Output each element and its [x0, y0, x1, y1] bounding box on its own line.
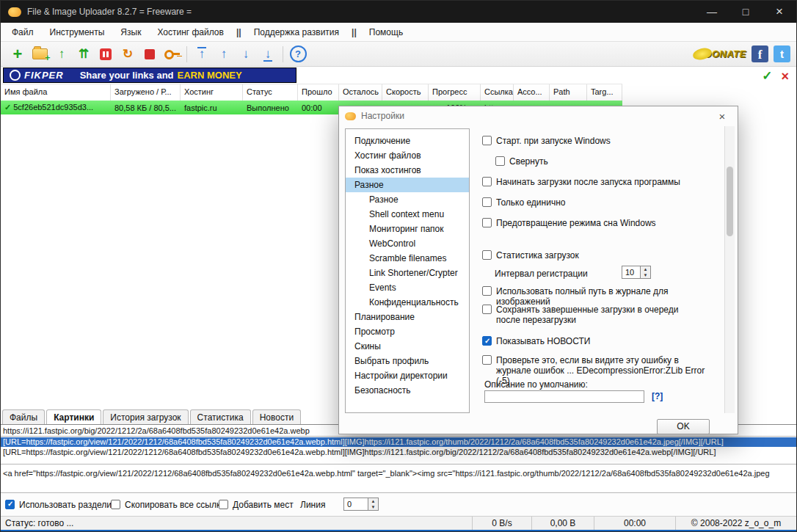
cancel-x-icon[interactable]: ×	[781, 70, 789, 82]
dialog-scrollbar[interactable]	[724, 126, 735, 413]
close-button[interactable]: ×	[763, 1, 796, 23]
column-remaining[interactable]: Осталось	[339, 84, 382, 101]
key-glyph	[164, 51, 180, 57]
tree-item-scramble-filenames[interactable]: Scramble filenames	[346, 251, 469, 266]
column-link[interactable]: Ссылка	[481, 84, 514, 101]
column-target[interactable]: Targ...	[587, 84, 622, 101]
default-description-input[interactable]	[484, 390, 644, 403]
tree-item-skins[interactable]: Скины	[346, 339, 469, 354]
menu-file-hosting[interactable]: Хостинг файлов	[149, 24, 232, 40]
tree-item-view[interactable]: Просмотр	[346, 324, 469, 339]
pause-icon[interactable]	[95, 44, 117, 65]
move-bottom-icon[interactable]: ↓	[257, 44, 279, 65]
checkbox-use-separator[interactable]: Использовать раздели	[5, 500, 112, 510]
checkbox-single-only[interactable]: Только единично	[482, 197, 713, 208]
tree-item-link-shortener[interactable]: Link Shortener/Crypter	[346, 266, 469, 280]
add-icon[interactable]: +	[7, 44, 29, 65]
checkbox-upload-statistics[interactable]: Статистика загрузок	[482, 250, 713, 260]
settings-tree: Подключение Хостинг файлов Показ хостинг…	[345, 128, 470, 413]
tree-item-file-hosting[interactable]: Хостинг файлов	[346, 148, 469, 163]
tree-item-webcontrol[interactable]: WebControl	[346, 236, 469, 251]
dialog-close-icon[interactable]: ×	[707, 106, 738, 125]
link-line-html[interactable]: <a href="https://fastpic.org/view/121/20…	[1, 469, 796, 478]
checkbox-start-with-windows[interactable]: Старт. при запуске Windows	[482, 136, 713, 146]
tree-item-events[interactable]: Events	[346, 280, 469, 295]
tree-item-security[interactable]: Безопасность	[346, 383, 469, 398]
column-status[interactable]: Статус	[243, 84, 298, 101]
move-down-icon[interactable]: ↓	[235, 44, 257, 65]
menu-language[interactable]: Язык	[112, 24, 149, 40]
tab-pictures[interactable]: Картинки	[46, 409, 101, 424]
checkbox-show-news[interactable]: Показывать НОВОСТИ	[482, 336, 713, 346]
spinner-down-icon[interactable]: ▼	[368, 504, 378, 510]
tab-files[interactable]: Файлы	[2, 409, 45, 424]
tree-item-directory-settings[interactable]: Настройки директории	[346, 368, 469, 383]
tree-item-folder-monitoring[interactable]: Мониторинг папок	[346, 222, 469, 236]
tree-item-shell-context-menu[interactable]: Shell context menu	[346, 207, 469, 222]
description-help-link[interactable]: [?]	[652, 391, 663, 401]
column-progress[interactable]: Прогресс	[429, 84, 481, 101]
help-icon[interactable]: ?	[287, 44, 309, 65]
ok-button[interactable]: OK	[657, 419, 710, 434]
tree-item-misc-sub[interactable]: Разное	[346, 192, 469, 207]
checkbox-box	[482, 218, 492, 227]
fikper-banner[interactable]: FIKPER Share your links andEARN MONEY	[3, 68, 296, 83]
link-line-bbcode-big[interactable]: [URL=https://fastpic.org/view/121/2022/1…	[1, 448, 796, 457]
menu-support[interactable]: Поддержка развития	[246, 24, 347, 40]
restart-icon[interactable]: ↻	[117, 44, 139, 65]
checkbox-add-place[interactable]: Добавить мест	[219, 500, 294, 510]
footer-controls: Использовать раздели Скопировать все ссы…	[1, 492, 796, 516]
upload-all-icon[interactable]: ⇈	[73, 44, 95, 65]
tree-item-hosts-display[interactable]: Показ хостингов	[346, 163, 469, 178]
column-filename[interactable]: Имя файла	[1, 84, 111, 101]
tab-news[interactable]: Новости	[252, 409, 301, 424]
column-account[interactable]: Acco...	[514, 84, 550, 101]
facebook-icon[interactable]: f	[751, 45, 768, 62]
column-speed[interactable]: Скорость	[382, 84, 429, 101]
tree-item-choose-profile[interactable]: Выбрать профиль	[346, 354, 469, 368]
apply-check-icon[interactable]: ✓	[762, 68, 772, 84]
menu-file[interactable]: Файл	[4, 24, 42, 40]
checkbox-minimized[interactable]: Свернуть	[495, 156, 727, 167]
maximize-button[interactable]: □	[729, 1, 763, 23]
key-icon[interactable]	[161, 44, 183, 65]
banner-text: Share your links andEARN MONEY	[80, 70, 242, 81]
status-bar: Статус: готово ... 0 B/s 0,00 B 00:00 © …	[1, 516, 796, 530]
divider	[1, 464, 796, 464]
interval-spinner: 10 ▲ ▼	[622, 266, 651, 279]
spinner-up-icon[interactable]: ▲	[641, 266, 650, 272]
checkbox-full-path-in-log[interactable]: Использовать полный путь в журнале для и…	[482, 286, 713, 307]
minimize-button[interactable]: —	[695, 1, 729, 23]
column-elapsed[interactable]: Прошло	[298, 84, 339, 101]
column-hosting[interactable]: Хостинг	[181, 84, 243, 101]
checkbox-prevent-sleep[interactable]: Предотвращение режима сна Windows	[482, 218, 713, 228]
column-uploaded[interactable]: Загружено / Р...	[111, 84, 181, 101]
add-folder-icon[interactable]	[29, 44, 51, 65]
checkbox-copy-all-links[interactable]: Скопировать все ссылки	[111, 500, 225, 510]
checkbox-start-uploads-on-launch[interactable]: Начинать загрузки после запуска программ…	[482, 177, 713, 187]
tree-item-scheduling[interactable]: Планирование	[346, 310, 469, 324]
donate-button[interactable]: DONATE	[693, 48, 746, 59]
twitter-icon[interactable]: t	[774, 45, 790, 62]
column-path[interactable]: Path	[550, 84, 587, 101]
spinner-down-icon[interactable]: ▼	[641, 272, 650, 278]
spinner-up-icon[interactable]: ▲	[368, 498, 378, 504]
menu-tools[interactable]: Инструменты	[42, 24, 113, 40]
checkbox-box	[495, 156, 505, 166]
title-bar: File & Image Uploader 8.2.7 = Freeware =…	[1, 1, 796, 23]
tree-item-privacy[interactable]: Конфиденциальность	[346, 295, 469, 310]
link-line-bbcode-thumb[interactable]: [URL=https://fastpic.org/view/121/2022/1…	[1, 437, 796, 447]
tab-history[interactable]: История загрузок	[103, 409, 188, 424]
menu-help[interactable]: Помощь	[361, 24, 411, 40]
move-up-icon[interactable]: ↑	[213, 44, 235, 65]
checkbox-keep-finished-uploads[interactable]: Сохранять завершенные загрузки в очереди…	[482, 305, 702, 325]
interval-spinner-value[interactable]: 10	[622, 266, 641, 279]
stop-icon[interactable]	[139, 44, 161, 65]
tree-item-misc[interactable]: Разное	[346, 178, 469, 192]
line-spinner-value[interactable]: 0	[343, 498, 368, 511]
upload-icon[interactable]: ↑	[51, 44, 73, 65]
tree-item-connection[interactable]: Подключение	[346, 134, 469, 148]
scrollbar-thumb[interactable]	[727, 167, 733, 236]
move-top-icon[interactable]: ↑	[191, 44, 213, 65]
tab-statistics[interactable]: Статистика	[190, 409, 251, 424]
